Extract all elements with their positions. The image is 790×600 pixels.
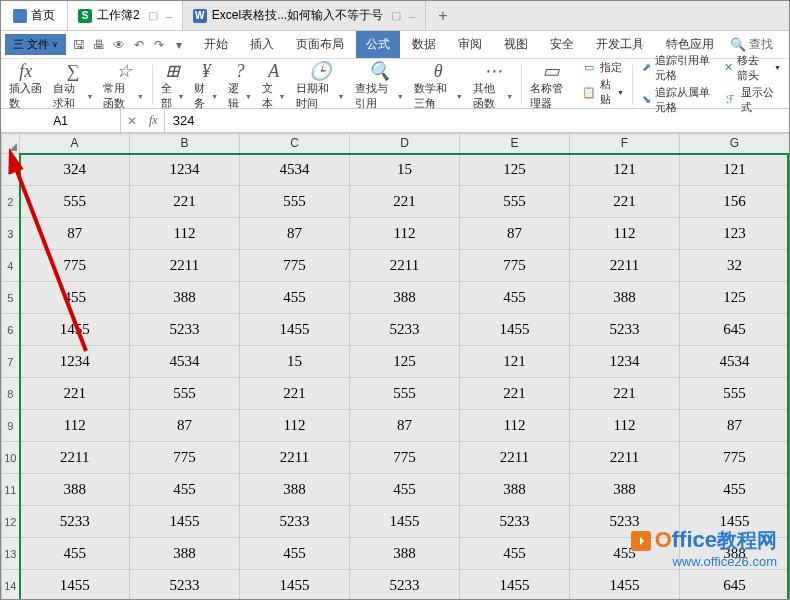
tool-move-front[interactable]: ✕移去箭头▼ — [724, 53, 781, 83]
tool-trace-prec[interactable]: ⬈追踪引用单元格 — [641, 53, 714, 83]
cell[interactable]: 5233 — [460, 506, 570, 538]
row-header[interactable]: 11 — [2, 474, 20, 506]
ribbon-tab-formula[interactable]: 公式 — [356, 31, 400, 58]
tab-workbook2[interactable]: S 工作簿2 ▢ – — [68, 1, 183, 30]
cell[interactable]: 221 — [350, 186, 460, 218]
col-header[interactable]: E — [460, 134, 570, 154]
row-header[interactable]: 4 — [2, 250, 20, 282]
cell[interactable]: 221 — [20, 378, 130, 410]
cell[interactable]: 455 — [460, 282, 570, 314]
cell[interactable]: 775 — [130, 442, 240, 474]
tool-logic[interactable]: ? 逻辑▼ — [224, 61, 256, 106]
cell[interactable]: 1234 — [570, 346, 680, 378]
print-icon[interactable]: 🖶 — [92, 38, 106, 52]
cell[interactable]: 1455 — [570, 570, 680, 601]
tool-refbox[interactable]: ▭指定 — [582, 60, 624, 75]
tool-text[interactable]: A 文本▼ — [258, 61, 290, 106]
cell[interactable]: 555 — [130, 378, 240, 410]
tool-autosum[interactable]: ∑ 自动求和▼ — [49, 61, 98, 106]
cell[interactable]: 4534 — [680, 346, 790, 378]
cell[interactable]: 221 — [130, 186, 240, 218]
cell[interactable]: 388 — [20, 474, 130, 506]
undo-icon[interactable]: ↶ — [132, 38, 146, 52]
cell[interactable]: 121 — [680, 154, 790, 186]
cell[interactable]: 324 — [20, 154, 130, 186]
cell[interactable]: 1455 — [240, 314, 350, 346]
tool-datetime[interactable]: 🕒 日期和时间▼ — [292, 61, 349, 106]
cell[interactable]: 775 — [240, 250, 350, 282]
row-header[interactable]: 2 — [2, 186, 20, 218]
cell[interactable]: 455 — [350, 474, 460, 506]
ribbon-tab-security[interactable]: 安全 — [540, 31, 584, 58]
tool-math[interactable]: θ 数学和三角▼ — [410, 61, 467, 106]
cell[interactable]: 112 — [570, 218, 680, 250]
cell[interactable]: 2211 — [240, 442, 350, 474]
cell[interactable]: 4534 — [240, 154, 350, 186]
cell[interactable]: 5233 — [350, 570, 460, 601]
cell[interactable]: 645 — [680, 314, 790, 346]
tab-pin-icon[interactable]: – — [166, 10, 172, 22]
cell[interactable]: 645 — [680, 570, 790, 601]
cell[interactable]: 87 — [20, 218, 130, 250]
cell[interactable]: 87 — [130, 410, 240, 442]
cell[interactable]: 1455 — [460, 570, 570, 601]
cell[interactable]: 125 — [460, 154, 570, 186]
cell[interactable]: 388 — [460, 474, 570, 506]
cell[interactable]: 1455 — [240, 570, 350, 601]
tab-add-button[interactable]: + — [426, 7, 459, 25]
cell[interactable]: 112 — [460, 410, 570, 442]
cell[interactable]: 112 — [350, 218, 460, 250]
cell[interactable]: 4534 — [130, 346, 240, 378]
cell[interactable]: 221 — [570, 186, 680, 218]
tool-other[interactable]: ⋯ 其他函数▼ — [469, 61, 518, 106]
cell[interactable]: 112 — [130, 218, 240, 250]
tab-home[interactable]: 首页 — [1, 1, 68, 30]
fx-icon[interactable]: fx — [149, 113, 158, 128]
cell[interactable]: 5233 — [570, 314, 680, 346]
save-icon[interactable]: 🖫 — [72, 38, 86, 52]
tab-pin-icon[interactable]: – — [409, 10, 415, 22]
row-header[interactable]: 14 — [2, 570, 20, 601]
cell[interactable]: 1455 — [20, 314, 130, 346]
cell[interactable]: 5233 — [350, 314, 460, 346]
cell[interactable]: 1455 — [130, 506, 240, 538]
cell[interactable]: 775 — [20, 250, 130, 282]
col-header[interactable]: C — [240, 134, 350, 154]
formula-input[interactable]: 324 — [165, 109, 789, 132]
cell[interactable]: 5233 — [240, 506, 350, 538]
cell[interactable]: 455 — [130, 474, 240, 506]
cell[interactable]: 125 — [350, 346, 460, 378]
cell[interactable]: 123 — [680, 218, 790, 250]
cell[interactable]: 32 — [680, 250, 790, 282]
cell[interactable]: 455 — [20, 538, 130, 570]
cell[interactable]: 455 — [240, 538, 350, 570]
cell[interactable]: 1455 — [350, 506, 460, 538]
ribbon-tab-layout[interactable]: 页面布局 — [286, 31, 354, 58]
cell[interactable]: 2211 — [350, 250, 460, 282]
cell[interactable]: 775 — [350, 442, 460, 474]
cell[interactable]: 121 — [570, 154, 680, 186]
tool-common[interactable]: ☆ 常用函数▼ — [99, 61, 148, 106]
qat-dropdown-icon[interactable]: ▾ — [172, 38, 186, 52]
cell[interactable]: 388 — [130, 282, 240, 314]
cell[interactable]: 121 — [460, 346, 570, 378]
cell[interactable]: 1455 — [20, 570, 130, 601]
row-header[interactable]: 6 — [2, 314, 20, 346]
cell[interactable]: 775 — [460, 250, 570, 282]
cell[interactable]: 87 — [240, 218, 350, 250]
cell[interactable]: 555 — [240, 186, 350, 218]
cell[interactable]: 1234 — [20, 346, 130, 378]
cell[interactable]: 5233 — [130, 570, 240, 601]
name-box[interactable]: A1 — [1, 109, 121, 132]
cancel-icon[interactable]: ✕ — [127, 114, 137, 128]
tab-excel-doc[interactable]: W Excel表格技...如何输入不等于号 ▢ – — [183, 1, 426, 30]
cell[interactable]: 156 — [680, 186, 790, 218]
preview-icon[interactable]: 👁 — [112, 38, 126, 52]
cell[interactable]: 555 — [20, 186, 130, 218]
cell[interactable]: 455 — [20, 282, 130, 314]
row-header[interactable]: 5 — [2, 282, 20, 314]
row-header[interactable]: 1 — [2, 154, 20, 186]
cell[interactable]: 221 — [240, 378, 350, 410]
cell[interactable]: 2211 — [460, 442, 570, 474]
tool-lookup[interactable]: 🔍 查找与引用▼ — [351, 61, 408, 106]
